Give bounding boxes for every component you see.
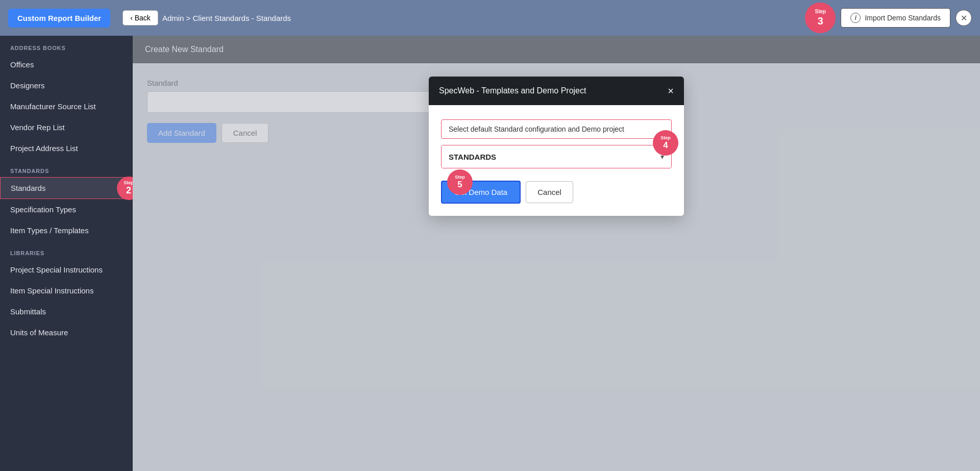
sidebar-item-manufacturer-source-list[interactable]: Manufacturer Source List: [0, 96, 133, 117]
back-button[interactable]: ‹ Back: [122, 10, 158, 26]
step4-badge: Step 4: [653, 130, 678, 156]
info-icon: i: [850, 13, 861, 23]
step5-num: 5: [457, 180, 462, 190]
sidebar-item-vendor-rep-label: Vendor Rep List: [10, 123, 65, 132]
modal-header: SpecWeb - Templates and Demo Project ×: [429, 77, 684, 105]
sidebar-item-item-special-label: Item Special Instructions: [10, 286, 93, 295]
step5-badge: Step 5: [447, 169, 473, 195]
import-demo-button[interactable]: i Import Demo Standards: [841, 8, 950, 28]
sidebar-item-units-of-measure[interactable]: Units of Measure: [0, 322, 133, 343]
sidebar-item-item-types-label: Item Types / Templates: [10, 226, 89, 235]
modal-body: Select default Standard configuration an…: [429, 105, 684, 181]
sidebar-item-item-special-instructions[interactable]: Item Special Instructions: [0, 280, 133, 301]
custom-report-button[interactable]: Custom Report Builder: [8, 9, 110, 28]
step3-label: Step: [815, 9, 826, 15]
step2-badge: Step 2: [117, 177, 133, 200]
modal-title: SpecWeb - Templates and Demo Project: [439, 86, 586, 95]
modal-standards-select[interactable]: STANDARDS: [442, 145, 671, 168]
sidebar-item-offices-label: Offices: [10, 60, 34, 69]
step3-badge: Step 3: [805, 3, 836, 33]
modal-dialog: SpecWeb - Templates and Demo Project × S…: [429, 77, 684, 216]
sidebar-item-standards[interactable]: Standards Step 2: [0, 177, 133, 199]
topbar-close-button[interactable]: ✕: [955, 10, 972, 26]
modal-close-button[interactable]: ×: [668, 86, 674, 96]
sidebar-item-specification-types[interactable]: Specification Types: [0, 199, 133, 220]
sidebar-section-libraries: LIBRARIES: [0, 241, 133, 259]
step4-num: 4: [663, 141, 668, 151]
sidebar-item-submittals[interactable]: Submittals: [0, 301, 133, 322]
sidebar-item-offices[interactable]: Offices: [0, 54, 133, 75]
step2-num: 2: [126, 186, 131, 196]
breadcrumb-area: ‹ Back Admin > Client Standards - Standa…: [122, 10, 291, 26]
sidebar-item-vendor-rep-list[interactable]: Vendor Rep List: [0, 117, 133, 138]
import-demo-label: Import Demo Standards: [865, 14, 941, 22]
modal-overlay: SpecWeb - Templates and Demo Project × S…: [133, 36, 980, 471]
top-bar-right: Step 3 i Import Demo Standards ✕: [805, 3, 972, 33]
content-area: Create New Standard Standard Add Standar…: [133, 36, 980, 471]
sidebar-item-designers-label: Designers: [10, 81, 45, 90]
sidebar: ADDRESS BOOKS Offices Designers Manufact…: [0, 36, 133, 471]
breadcrumb: Admin > Client Standards - Standards: [162, 14, 291, 22]
sidebar-item-manufacturer-label: Manufacturer Source List: [10, 102, 96, 111]
modal-select-label: Select default Standard configuration an…: [441, 119, 672, 139]
sidebar-item-project-address-list[interactable]: Project Address List: [0, 138, 133, 159]
sidebar-item-designers[interactable]: Designers: [0, 75, 133, 96]
step3-num: 3: [818, 15, 823, 27]
sidebar-section-address-books: ADDRESS BOOKS: [0, 36, 133, 54]
sidebar-item-submittals-label: Submittals: [10, 307, 46, 316]
sidebar-item-spec-types-label: Specification Types: [10, 205, 76, 214]
sidebar-item-standards-label: Standards: [11, 184, 45, 192]
sidebar-section-standards: STANDARDS: [0, 159, 133, 177]
sidebar-item-item-types-templates[interactable]: Item Types / Templates: [0, 220, 133, 241]
sidebar-item-project-special-instructions[interactable]: Project Special Instructions: [0, 259, 133, 280]
sidebar-item-proj-special-label: Project Special Instructions: [10, 265, 103, 274]
modal-footer: Step 5 Get Demo Data Cancel: [429, 181, 684, 216]
modal-cancel-button[interactable]: Cancel: [526, 181, 573, 203]
main-layout: ADDRESS BOOKS Offices Designers Manufact…: [0, 36, 980, 471]
sidebar-item-units-label: Units of Measure: [10, 328, 68, 337]
sidebar-item-project-address-label: Project Address List: [10, 144, 78, 153]
top-bar: Custom Report Builder ‹ Back Admin > Cli…: [0, 0, 980, 36]
select-wrapper: STANDARDS ▾ Step 4: [441, 145, 672, 168]
